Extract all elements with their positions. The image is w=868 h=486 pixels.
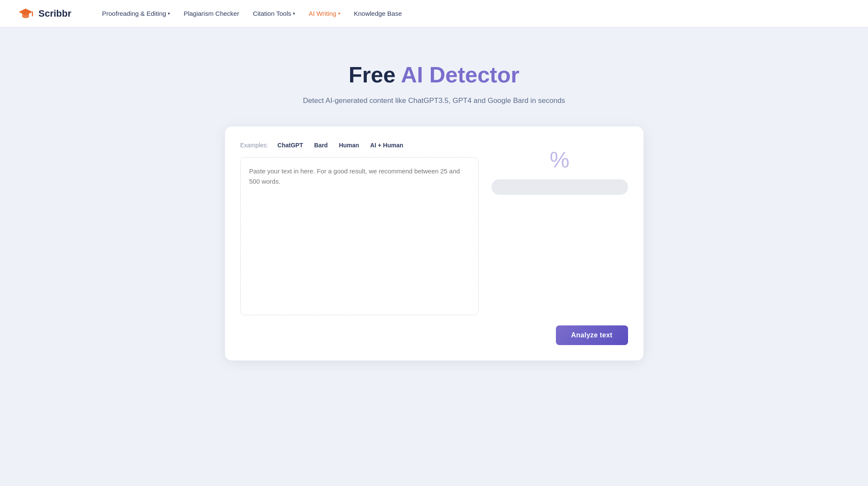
tool-card: Examples: ChatGPT Bard Human AI + Human … — [225, 126, 643, 360]
left-panel: Examples: ChatGPT Bard Human AI + Human — [240, 140, 479, 315]
navbar: Scribbr Proofreading & Editing ▾ Plagiar… — [0, 0, 868, 27]
logo-link[interactable]: Scribbr — [17, 5, 71, 22]
right-panel: % — [491, 140, 628, 315]
text-input[interactable] — [240, 157, 479, 315]
percent-display: % — [549, 147, 569, 173]
chevron-down-icon: ▾ — [338, 11, 340, 16]
nav-item-citation[interactable]: Citation Tools ▾ — [248, 6, 300, 20]
examples-row: Examples: ChatGPT Bard Human AI + Human — [240, 140, 479, 150]
analyze-button[interactable]: Analyze text — [556, 325, 628, 345]
nav-links: Proofreading & Editing ▾ Plagiarism Chec… — [97, 6, 407, 20]
example-chip-bard[interactable]: Bard — [311, 140, 331, 150]
nav-item-plagiarism[interactable]: Plagiarism Checker — [178, 6, 244, 20]
button-row: Analyze text — [240, 325, 628, 345]
example-chip-chatgpt[interactable]: ChatGPT — [274, 140, 307, 150]
progress-bar-container — [491, 179, 628, 195]
nav-item-ai-writing[interactable]: AI Writing ▾ — [304, 6, 345, 20]
nav-item-knowledge[interactable]: Knowledge Base — [349, 6, 407, 20]
page-subtitle: Detect AI-generated content like ChatGPT… — [303, 97, 565, 105]
examples-label: Examples: — [240, 142, 268, 149]
brand-name: Scribbr — [38, 8, 71, 19]
page-title: Free AI Detector — [349, 61, 520, 88]
chevron-down-icon: ▾ — [168, 11, 170, 16]
example-chip-human[interactable]: Human — [336, 140, 362, 150]
example-chip-ai-human[interactable]: AI + Human — [367, 140, 406, 150]
main-content: Free AI Detector Detect AI-generated con… — [0, 27, 868, 386]
scribbr-logo-icon — [17, 5, 34, 22]
nav-item-proofreading[interactable]: Proofreading & Editing ▾ — [97, 6, 175, 20]
chevron-down-icon: ▾ — [293, 11, 295, 16]
